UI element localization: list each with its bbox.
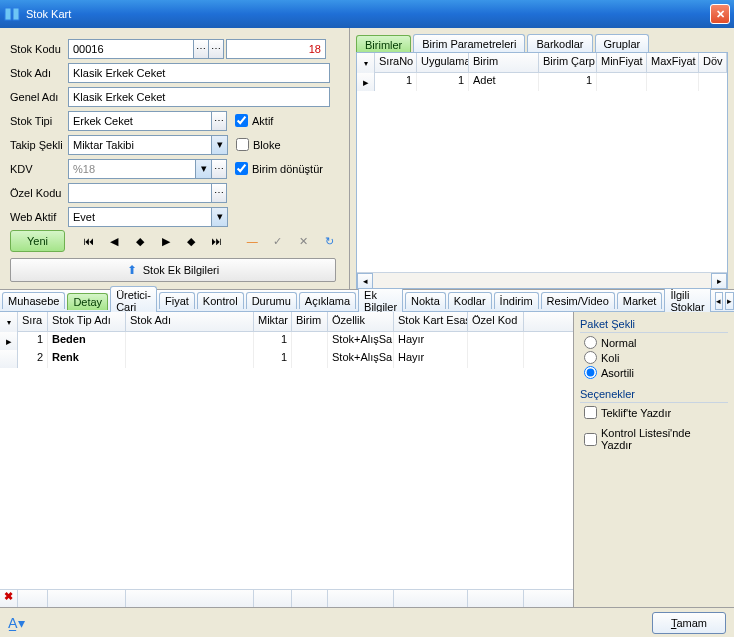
tabs-scroll-left-icon[interactable]: ◂ xyxy=(715,292,724,310)
col-miktar[interactable]: Miktar xyxy=(254,312,292,331)
col-maxfiyat[interactable]: MaxFiyat xyxy=(647,53,699,72)
stok-tipi-lookup[interactable]: ⋯ xyxy=(211,111,227,131)
confirm-icon[interactable]: ✓ xyxy=(266,231,290,251)
stok-ek-label: Stok Ek Bilgileri xyxy=(143,264,219,276)
chevron-down-icon[interactable]: ▾ xyxy=(364,59,368,68)
prev-icon[interactable]: ◆ xyxy=(128,231,152,251)
next-icon[interactable]: ◆ xyxy=(179,231,203,251)
unit-tabs: Birimler Birim Parametreleri Barkodlar G… xyxy=(356,34,734,53)
tab-uretici-cari[interactable]: Üretici-Cari xyxy=(110,286,157,315)
takip-sekli-dropdown[interactable]: ▾ xyxy=(212,135,228,155)
radio-asortili[interactable] xyxy=(584,366,597,379)
detail-row[interactable]: ▸ 1 Beden 1 Stok+AlışSa Hayır xyxy=(0,332,573,350)
tab-barkodlar[interactable]: Barkodlar xyxy=(527,34,592,53)
label-birim-don: Birim dönüştür xyxy=(252,163,323,175)
tab-birim-parametreleri[interactable]: Birim Parametreleri xyxy=(413,34,525,53)
check-teklifte-yazdir[interactable] xyxy=(584,406,597,419)
label-bloke: Bloke xyxy=(253,139,281,151)
tab-ilgili-stoklar[interactable]: İlgili Stoklar xyxy=(664,286,710,315)
tamam-label: amam xyxy=(676,617,707,629)
radio-koli[interactable] xyxy=(584,351,597,364)
tab-fiyat[interactable]: Fiyat xyxy=(159,292,195,309)
col-uygulama[interactable]: Uygulama xyxy=(417,53,469,72)
label-stok-tipi: Stok Tipi xyxy=(10,115,68,127)
col-birimcarp[interactable]: Birim Çarp xyxy=(539,53,597,72)
tab-aciklama[interactable]: Açıklama xyxy=(299,292,356,309)
refresh-icon[interactable]: ↻ xyxy=(317,231,341,251)
check-kontrol-listesinde[interactable] xyxy=(584,433,597,446)
label-stok-kodu: Stok Kodu xyxy=(10,43,68,55)
tab-durumu[interactable]: Durumu xyxy=(246,292,297,309)
stok-ek-bilgileri-button[interactable]: ⬆ Stok Ek Bilgileri xyxy=(10,258,336,282)
cancel-icon[interactable]: ✕ xyxy=(292,231,316,251)
delete-icon[interactable]: — xyxy=(241,231,265,251)
web-aktif-dropdown[interactable]: ▾ xyxy=(212,207,228,227)
detail-grid[interactable]: ▾ Sıra Stok Tip Adı Stok Adı Miktar Biri… xyxy=(0,312,573,589)
first-record-icon[interactable]: ⏮ xyxy=(77,231,101,251)
col-ozelkod[interactable]: Özel Kod xyxy=(468,312,524,331)
stok-adi-input[interactable] xyxy=(68,63,330,83)
tab-indirim[interactable]: İndirim xyxy=(494,292,539,309)
tab-kontrol[interactable]: Kontrol xyxy=(197,292,244,309)
yeni-button[interactable]: Yeni xyxy=(10,230,65,252)
stok-kodu-input[interactable] xyxy=(68,39,194,59)
col-birim2[interactable]: Birim xyxy=(292,312,328,331)
col-esasli[interactable]: Stok Kart Esaslı xyxy=(394,312,468,331)
up-arrow-icon: ⬆ xyxy=(127,263,137,277)
unit-row[interactable]: ▸ 1 1 Adet 1 xyxy=(357,73,727,91)
label-takip-sekli: Takip Şekli xyxy=(10,139,68,151)
next-record-icon[interactable]: ▶ xyxy=(154,231,178,251)
unit-grid[interactable]: ▾ SıraNo Uygulama Birim Birim Çarp MinFi… xyxy=(356,52,728,289)
col-sirano[interactable]: SıraNo xyxy=(375,53,417,72)
tab-muhasebe[interactable]: Muhasebe xyxy=(2,292,65,309)
app-icon xyxy=(4,6,20,22)
svg-rect-1 xyxy=(13,8,19,20)
label-aktif: Aktif xyxy=(252,115,273,127)
stok-kodu-seq[interactable] xyxy=(226,39,326,59)
aktif-checkbox[interactable] xyxy=(235,114,248,127)
stok-kodu-lookup1[interactable]: ⋯ xyxy=(193,39,209,59)
tab-nokta[interactable]: Nokta xyxy=(405,292,446,309)
lower-tabs: Muhasebe Detay Üretici-Cari Fiyat Kontro… xyxy=(0,290,734,312)
last-record-icon[interactable]: ⏭ xyxy=(205,231,229,251)
tab-ek-bilgiler[interactable]: Ek Bilgiler xyxy=(358,286,403,315)
kdv-lookup[interactable]: ⋯ xyxy=(211,159,227,179)
scroll-left-icon[interactable]: ◂ xyxy=(357,273,373,289)
web-aktif-input[interactable] xyxy=(68,207,212,227)
tamam-button[interactable]: Tamam xyxy=(652,612,726,634)
birim-don-checkbox[interactable] xyxy=(235,162,248,175)
col-sira[interactable]: Sıra xyxy=(18,312,48,331)
tabs-scroll-right-icon[interactable]: ▸ xyxy=(725,292,734,310)
ozel-kodu-lookup[interactable]: ⋯ xyxy=(211,183,227,203)
genel-adi-input[interactable] xyxy=(68,87,330,107)
takip-sekli-input[interactable] xyxy=(68,135,212,155)
col-stoktipadi[interactable]: Stok Tip Adı xyxy=(48,312,126,331)
kdv-input[interactable] xyxy=(68,159,196,179)
tab-market[interactable]: Market xyxy=(617,292,663,309)
tab-kodlar[interactable]: Kodlar xyxy=(448,292,492,309)
label-genel-adi: Genel Adı xyxy=(10,91,68,103)
col-minfiyat[interactable]: MinFiyat xyxy=(597,53,647,72)
tab-gruplar[interactable]: Gruplar xyxy=(595,34,650,53)
prev-record-icon[interactable]: ◀ xyxy=(103,231,127,251)
tab-resim-video[interactable]: Resim/Video xyxy=(541,292,615,309)
kdv-dropdown[interactable]: ▾ xyxy=(196,159,212,179)
scroll-right-icon[interactable]: ▸ xyxy=(711,273,727,289)
col-ozellik[interactable]: Özellik xyxy=(328,312,394,331)
radio-normal[interactable] xyxy=(584,336,597,349)
close-button[interactable]: ✕ xyxy=(710,4,730,24)
delete-row-icon[interactable]: ✖ xyxy=(0,590,17,602)
detail-row[interactable]: 2 Renk 1 Stok+AlışSa Hayır xyxy=(0,350,573,368)
bloke-checkbox[interactable] xyxy=(236,138,249,151)
side-options: Paket Şekli Normal Koli Asortili Seçenek… xyxy=(574,312,734,607)
stok-tipi-input[interactable] xyxy=(68,111,212,131)
col-dov[interactable]: Döv xyxy=(699,53,727,72)
stok-kodu-lookup2[interactable]: ⋯ xyxy=(208,39,224,59)
ozel-kodu-input[interactable] xyxy=(68,183,212,203)
col-birim[interactable]: Birim xyxy=(469,53,539,72)
col-stokadi[interactable]: Stok Adı xyxy=(126,312,254,331)
chevron-down-icon[interactable]: ▾ xyxy=(7,318,11,327)
bottom-bar: A̲▾ Tamam xyxy=(0,607,734,637)
tab-detay[interactable]: Detay xyxy=(67,293,108,310)
font-style-icon[interactable]: A̲▾ xyxy=(8,615,25,631)
